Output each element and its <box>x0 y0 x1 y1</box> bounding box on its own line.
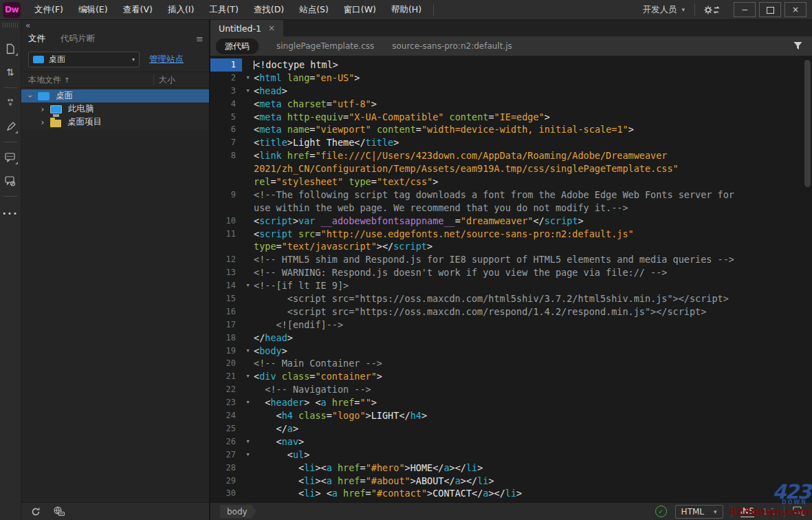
chevron-open-icon[interactable]: › <box>25 91 35 101</box>
realtime-preview-icon[interactable] <box>793 506 805 517</box>
fold-arrow-icon[interactable]: ▼ <box>242 435 254 448</box>
code-line[interactable]: 13<!-- WARNING: Respond.js doesn't work … <box>210 266 812 279</box>
code-line[interactable]: 21▼<div class="container"> <box>210 370 812 383</box>
code-text[interactable]: <script src="https://oss.maxcdn.com/resp… <box>254 305 812 318</box>
line-number[interactable]: 14 <box>210 279 242 292</box>
code-line[interactable]: 27▼ <ul> <box>210 448 812 462</box>
code-text[interactable]: <nav> <box>254 435 812 448</box>
line-number[interactable]: 9 <box>210 188 242 202</box>
code-text[interactable]: rel="stylesheet" type="text/css"> <box>254 175 812 188</box>
menu-item-4[interactable]: 插入(I) <box>160 0 201 19</box>
line-number[interactable]: 27 <box>210 448 242 462</box>
code-line[interactable]: 22 <!-- Navigation --> <box>210 383 812 396</box>
site-reports-icon[interactable] <box>53 506 65 517</box>
code-text[interactable]: <div class="container"> <box>254 370 812 383</box>
fold-arrow-icon[interactable]: ▼ <box>242 448 254 462</box>
code-text[interactable]: <h4 class="logo">LIGHT</h4> <box>254 409 812 422</box>
code-text[interactable]: </a> <box>254 422 812 435</box>
close-button[interactable]: × <box>784 2 806 17</box>
manage-sites-link[interactable]: 管理站点 <box>149 54 184 65</box>
code-text[interactable]: <html lang="en-US"> <box>254 72 812 85</box>
code-text[interactable]: <!doctype html> <box>254 58 812 72</box>
code-text[interactable]: <!-- WARNING: Respond.js doesn't work if… <box>254 266 812 279</box>
filter-related-files-icon[interactable] <box>793 41 803 50</box>
line-number[interactable]: 3 <box>210 85 242 98</box>
css-designer-icon[interactable] <box>3 119 18 134</box>
code-line[interactable]: 28 <li><a href="#hero">HOME</a></li> <box>210 462 812 475</box>
code-line[interactable]: 6<meta name="viewport" content="width=de… <box>210 123 812 136</box>
vertical-scrollbar[interactable] <box>804 60 811 187</box>
tree-row[interactable]: ›此电脑 <box>21 102 209 116</box>
code-line[interactable]: 16 <script src="https://oss.maxcdn.com/r… <box>210 305 812 318</box>
line-number[interactable]: 28 <box>210 462 242 475</box>
tree-row[interactable]: ›桌面项目 <box>21 116 209 129</box>
code-line[interactable]: 8<link href="file:///C|/Users/423down.co… <box>210 149 812 162</box>
code-text[interactable]: <![endif]--> <box>254 318 812 332</box>
code-text[interactable]: <script>var __adobewebfontsappname__="dr… <box>254 215 812 228</box>
line-number[interactable]: 7 <box>210 136 242 149</box>
code-line[interactable]: 9<!--The following script tag downloads … <box>210 188 812 202</box>
fold-arrow-icon[interactable]: ▼ <box>242 396 254 409</box>
tab-snippets[interactable]: 代码片断 <box>61 33 95 45</box>
code-text[interactable]: type="text/javascript"></script> <box>254 240 812 253</box>
code-text[interactable]: <meta charset="utf-8"> <box>254 98 812 111</box>
line-number[interactable]: 20 <box>210 357 242 370</box>
line-number[interactable]: 6 <box>210 123 242 136</box>
code-text[interactable]: <link href="file:///C|/Users/423down.com… <box>254 149 812 162</box>
related-file-3[interactable]: source-sans-pro:n2:default.js <box>392 41 512 51</box>
menu-item-2[interactable]: 编辑(E) <box>71 0 116 19</box>
code-text[interactable]: </head> <box>254 332 812 345</box>
menu-item-8[interactable]: 窗口(W) <box>336 0 384 19</box>
code-text[interactable]: <header> <a href=""> <box>254 396 812 409</box>
fold-arrow-icon[interactable]: ▼ <box>242 85 254 98</box>
restore-button[interactable] <box>759 2 781 17</box>
sort-files-icon[interactable]: ⇅ <box>3 65 18 80</box>
code-text[interactable]: <script src="http://use.edgefonts.net/so… <box>254 228 812 241</box>
line-number[interactable]: 13 <box>210 266 242 279</box>
fold-arrow-icon[interactable]: ▼ <box>242 279 254 292</box>
line-number[interactable]: 11 <box>210 228 242 241</box>
code-line[interactable]: 26▼ <nav> <box>210 435 812 448</box>
code-text[interactable]: <!-- Navigation --> <box>254 383 812 396</box>
menu-item-5[interactable]: 工具(T) <box>201 0 245 19</box>
code-text[interactable]: <meta http-equiv="X-UA-Compatible" conte… <box>254 111 812 124</box>
fold-arrow-icon[interactable]: ▼ <box>242 72 254 85</box>
code-line[interactable]: 10<script>var __adobewebfontsappname__="… <box>210 215 812 228</box>
line-number[interactable]: 15 <box>210 292 242 305</box>
code-text[interactable]: <!-- Main Container --> <box>254 357 812 370</box>
column-divider[interactable] <box>153 74 154 85</box>
code-line[interactable]: 7<title>Light Theme</title> <box>210 136 812 149</box>
panel-grip[interactable] <box>3 23 18 28</box>
fold-arrow-icon[interactable]: ▼ <box>242 370 254 383</box>
code-text[interactable]: 2021/zh_CN/Configuration/Temp/Assets/eam… <box>254 162 812 175</box>
menu-item-7[interactable]: 站点(S) <box>292 0 336 19</box>
code-line[interactable]: use within the web page. We recommend th… <box>210 202 812 215</box>
insert-mode-indicator[interactable]: INS <box>740 506 754 517</box>
code-line[interactable]: 19▼<body> <box>210 345 812 358</box>
code-text[interactable]: <!--[if lt IE 9]> <box>254 279 812 292</box>
app-logo-icon[interactable]: Dw <box>3 2 21 18</box>
code-line[interactable]: 23▼ <header> <a href=""> <box>210 396 812 409</box>
line-number[interactable]: 25 <box>210 422 242 435</box>
code-editor[interactable]: 1<!doctype html>2▼<html lang="en-US">3▼<… <box>210 56 812 502</box>
line-number[interactable]: 21 <box>210 370 242 383</box>
code-text[interactable]: <head> <box>254 85 812 98</box>
line-number[interactable]: 1 <box>210 58 242 72</box>
close-tab-icon[interactable]: × <box>268 23 275 33</box>
lint-ok-icon[interactable]: ✓ <box>655 506 667 517</box>
code-line[interactable]: 15 <script src="https://oss.maxcdn.com/h… <box>210 292 812 305</box>
doc-type-dropdown[interactable]: HTML ▾ <box>675 505 723 519</box>
minimize-button[interactable]: − <box>734 2 756 17</box>
more-panels-icon[interactable]: ••• <box>2 210 19 217</box>
comments-disabled-icon[interactable] <box>3 173 18 188</box>
line-number[interactable]: 24 <box>210 409 242 422</box>
comments-panel-icon[interactable] <box>3 150 18 165</box>
menu-item-9[interactable]: 帮助(H) <box>384 0 429 19</box>
code-line[interactable]: 2▼<html lang="en-US"> <box>210 72 812 85</box>
column-local-files[interactable]: 本地文件 <box>28 74 61 86</box>
code-line[interactable]: rel="stylesheet" type="text/css"> <box>210 175 812 188</box>
code-line[interactable]: 3▼<head> <box>210 85 812 98</box>
menu-item-3[interactable]: 查看(V) <box>116 0 160 19</box>
code-line[interactable]: 4<meta charset="utf-8"> <box>210 98 812 111</box>
refresh-icon[interactable] <box>31 507 41 517</box>
